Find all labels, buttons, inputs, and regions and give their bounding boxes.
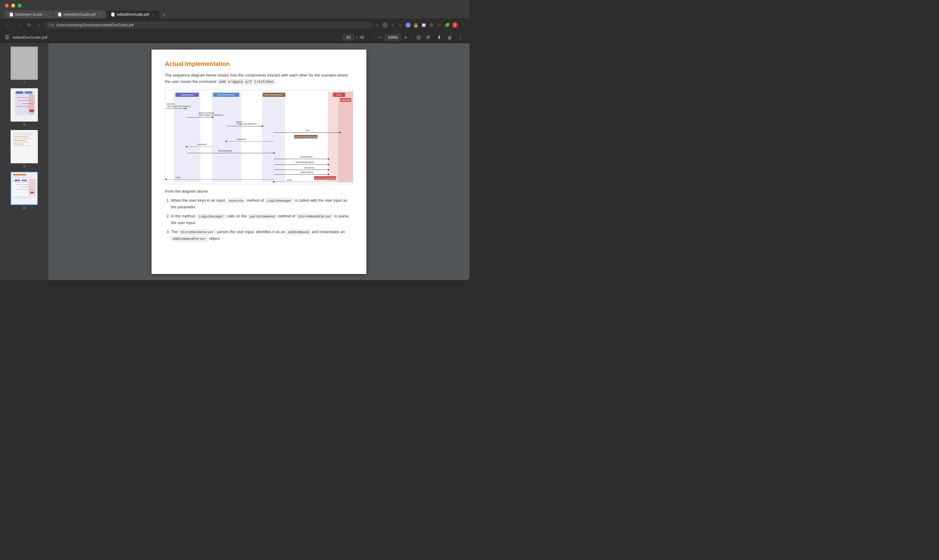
svg-text:execute(model): execute(model): [218, 150, 232, 152]
thumbnail-7: [11, 46, 38, 80]
hamburger-menu[interactable]: ☰: [5, 34, 9, 40]
list-item-2-text-middle: calls on the: [227, 214, 248, 218]
zoom-level-input[interactable]: [385, 34, 400, 40]
thumbnail-item-7[interactable]: 7: [3, 46, 45, 85]
total-pages: 49: [360, 35, 364, 40]
thumbnail-item-8[interactable]: 8: [3, 88, 45, 126]
tab-close-3[interactable]: ×: [151, 12, 155, 17]
zoom-in-button[interactable]: +: [402, 34, 409, 41]
svg-text:command: command: [237, 138, 246, 140]
page-separator: /: [356, 35, 357, 40]
list-item-2-code3: StoreMandoParser: [296, 214, 333, 219]
page-navigation: / 49: [343, 34, 364, 40]
close-traffic-light[interactable]: [5, 4, 9, 8]
tab-close-2[interactable]: ×: [97, 12, 102, 17]
svg-text:LogicManager: LogicManager: [181, 94, 194, 96]
implementation-list: When the user keys in an input, execute …: [165, 197, 353, 242]
tab-edited-dev-guide-2[interactable]: 📑 editedDevGuide.pdf ×: [53, 11, 106, 18]
extension-icon-6[interactable]: 🔲: [420, 22, 426, 28]
page-number-input[interactable]: [343, 34, 354, 40]
svg-rect-3: [262, 92, 286, 182]
thumbnail-sidebar: 7: [0, 43, 48, 280]
svg-text:item:Item: item:Item: [342, 99, 350, 101]
svg-text:Model: Model: [336, 94, 342, 96]
svg-text:addItem(item): addItem(item): [301, 171, 313, 174]
svg-rect-2: [212, 92, 242, 182]
intro-suffix: :: [277, 79, 278, 84]
pdf-download-actions: ⬇ 🖨 ⋮: [435, 33, 465, 42]
thumbnail-9: [11, 130, 38, 163]
refresh-button[interactable]: ↻: [25, 21, 33, 29]
extension-icon-5[interactable]: 🔒: [413, 22, 419, 28]
extension-icon-1[interactable]: [382, 22, 388, 28]
extension-icon-7[interactable]: TP: [436, 22, 442, 28]
svg-text:result: result: [175, 176, 181, 178]
svg-rect-5: [338, 92, 353, 182]
traffic-lights: [5, 4, 465, 8]
thumbnail-8: [11, 88, 38, 122]
fit-page-button[interactable]: ⊡: [415, 33, 422, 42]
extension-icon-4[interactable]: G: [405, 22, 411, 28]
thumbnail-num-7: 7: [23, 81, 25, 85]
new-tab-button[interactable]: +: [160, 12, 168, 18]
list-item-3-code2: AddCommand: [286, 229, 311, 235]
svg-text:item: item: [306, 129, 310, 132]
extensions-icon[interactable]: 🧩: [444, 22, 450, 28]
address-protocol: File: [49, 23, 54, 27]
maximize-traffic-light[interactable]: [17, 4, 22, 8]
back-button[interactable]: ←: [4, 21, 12, 29]
address-input[interactable]: [56, 23, 368, 27]
tab-favicon-2: 📑: [57, 12, 62, 17]
list-item-2-code2: parseCommand: [248, 214, 277, 219]
tab-favicon-3: 📑: [111, 12, 115, 17]
tab-edited-dev-guide-3[interactable]: 📑 editedDevGuide.pdf ×: [106, 11, 159, 18]
thumbnail-item-9[interactable]: 9: [3, 130, 45, 168]
tab-close-1[interactable]: ×: [44, 12, 48, 17]
main-content: 7: [0, 43, 469, 280]
settings-icon[interactable]: ⚙: [428, 22, 434, 28]
tab-label-3: editedDevGuide.pdf: [117, 12, 149, 17]
browser-window: 📄 Developer Guide × 📑 editedDevGuide.pdf…: [0, 0, 469, 280]
list-item-1-text-before: When the user keys in an input,: [171, 198, 227, 203]
extension-icon-2[interactable]: V: [389, 22, 396, 28]
forward-button[interactable]: →: [14, 21, 23, 29]
tabs-row: 📄 Developer Guide × 📑 editedDevGuide.pdf…: [5, 11, 465, 18]
thumbnail-num-8: 8: [23, 123, 25, 126]
profile-icon[interactable]: S: [452, 22, 458, 28]
download-button[interactable]: ⬇: [435, 33, 443, 42]
bookmark-icon[interactable]: ☆: [374, 22, 380, 28]
pdf-viewport[interactable]: Actual Implementation The sequence diagr…: [48, 43, 469, 280]
list-item-2: In the method, LogicManager calls on the…: [171, 213, 353, 226]
list-item-1: When the user keys in an input, execute …: [171, 197, 353, 211]
minimize-traffic-light[interactable]: [11, 4, 15, 8]
address-bar[interactable]: File: [45, 22, 372, 29]
zoom-out-button[interactable]: −: [377, 34, 383, 41]
list-item-3-code3: AddCommandParser: [171, 236, 208, 241]
zoom-control: | − + | ⊡ ↺: [374, 33, 432, 42]
tab-favicon-1: 📄: [9, 12, 13, 17]
sequence-diagram: LogicManager StoreMandoParser AddCommand…: [165, 90, 353, 184]
print-button[interactable]: 🖨: [445, 33, 454, 42]
nav-actions: ☆ V U G 🔒 🔲 ⚙ TP 🧩 S ⋮: [374, 22, 466, 28]
list-item-3-text-middle: parses the user input, identifies it as …: [217, 229, 286, 234]
thumbnail-item-10[interactable]: 10: [3, 172, 45, 210]
svg-text:StoreMandoParser: StoreMandoParser: [217, 94, 235, 96]
tab-label-2: editedDevGuide.pdf: [63, 12, 95, 17]
list-item-3: The StoreMandoParser parses the user inp…: [171, 229, 353, 242]
extension-icon-3[interactable]: U: [397, 22, 403, 28]
more-pdf-options[interactable]: ⋮: [456, 33, 465, 42]
rotate-button[interactable]: ↺: [424, 33, 432, 42]
title-bar: 📄 Developer Guide × 📑 editedDevGuide.pdf…: [0, 0, 469, 18]
svg-text:"n/apple q/2 l/kitchen"): "n/apple q/2 l/kitchen"): [236, 123, 257, 125]
svg-text:AddCommandParser: AddCommandParser: [265, 94, 284, 96]
svg-text:hasItem(item): hasItem(item): [300, 156, 312, 158]
home-button[interactable]: ⌂: [35, 21, 42, 29]
list-item-1-code2: LogicManager: [265, 198, 294, 203]
more-options-icon[interactable]: ⋮: [460, 22, 466, 28]
command-inline-code: add n/apple q/2 l/kitchen: [217, 79, 275, 85]
tab-developer-guide[interactable]: 📄 Developer Guide ×: [5, 11, 52, 18]
section-title: Actual Implementation: [165, 60, 353, 68]
list-item-3-text-end: object.: [209, 236, 220, 241]
list-item-1-code1: execute: [227, 198, 245, 203]
svg-text:command: command: [197, 143, 206, 145]
